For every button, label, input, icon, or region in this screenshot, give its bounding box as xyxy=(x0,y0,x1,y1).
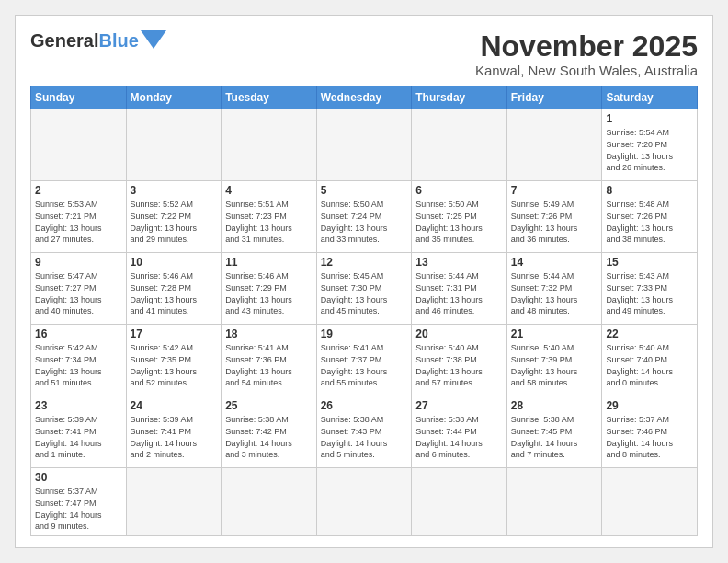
weekday-header-row: Sunday Monday Tuesday Wednesday Thursday… xyxy=(31,86,698,109)
day-4: 4 Sunrise: 5:51 AMSunset: 7:23 PMDayligh… xyxy=(222,181,317,253)
day-22: 22 Sunrise: 5:40 AMSunset: 7:40 PMDaylig… xyxy=(602,325,698,396)
table-row: 30 Sunrise: 5:37 AMSunset: 7:47 PMDaylig… xyxy=(31,468,698,535)
day-16: 16 Sunrise: 5:42 AMSunset: 7:34 PMDaylig… xyxy=(31,325,127,396)
day-1: 1 Sunrise: 5:54 AMSunset: 7:20 PMDayligh… xyxy=(602,109,698,181)
day-21: 21 Sunrise: 5:40 AMSunset: 7:39 PMDaylig… xyxy=(506,325,602,396)
day-23: 23 Sunrise: 5:39 AMSunset: 7:41 PMDaylig… xyxy=(31,396,127,468)
header-tuesday: Tuesday xyxy=(222,86,317,109)
day-7: 7 Sunrise: 5:49 AMSunset: 7:26 PMDayligh… xyxy=(506,181,602,253)
day-empty xyxy=(126,468,222,535)
day-empty xyxy=(412,468,507,535)
day-15: 15 Sunrise: 5:43 AMSunset: 7:33 PMDaylig… xyxy=(602,253,698,325)
location-title: Kanwal, New South Wales, Australia xyxy=(475,63,698,78)
day-empty xyxy=(316,468,412,535)
header-monday: Monday xyxy=(126,86,222,109)
day-18: 18 Sunrise: 5:41 AMSunset: 7:36 PMDaylig… xyxy=(222,325,317,396)
day-10: 10 Sunrise: 5:46 AMSunset: 7:28 PMDaylig… xyxy=(126,253,222,325)
day-17: 17 Sunrise: 5:42 AMSunset: 7:35 PMDaylig… xyxy=(126,325,222,396)
day-empty xyxy=(412,109,507,181)
day-empty xyxy=(506,109,602,181)
header-thursday: Thursday xyxy=(412,86,507,109)
day-5: 5 Sunrise: 5:50 AMSunset: 7:24 PMDayligh… xyxy=(316,181,412,253)
month-title: November 2025 xyxy=(475,30,698,63)
logo-text: General xyxy=(30,30,98,52)
day-14: 14 Sunrise: 5:44 AMSunset: 7:32 PMDaylig… xyxy=(506,253,602,325)
day-empty xyxy=(316,109,412,181)
header-wednesday: Wednesday xyxy=(316,86,412,109)
day-27: 27 Sunrise: 5:38 AMSunset: 7:44 PMDaylig… xyxy=(412,396,507,468)
table-row: 2 Sunrise: 5:53 AMSunset: 7:21 PMDayligh… xyxy=(31,181,698,253)
table-row: 9 Sunrise: 5:47 AMSunset: 7:27 PMDayligh… xyxy=(31,253,698,325)
day-empty xyxy=(602,468,698,535)
day-11: 11 Sunrise: 5:46 AMSunset: 7:29 PMDaylig… xyxy=(222,253,317,325)
day-30: 30 Sunrise: 5:37 AMSunset: 7:47 PMDaylig… xyxy=(31,468,127,535)
header-saturday: Saturday xyxy=(602,86,698,109)
day-28: 28 Sunrise: 5:38 AMSunset: 7:45 PMDaylig… xyxy=(506,396,602,468)
day-empty xyxy=(126,109,222,181)
day-13: 13 Sunrise: 5:44 AMSunset: 7:31 PMDaylig… xyxy=(412,253,507,325)
day-6: 6 Sunrise: 5:50 AMSunset: 7:25 PMDayligh… xyxy=(412,181,507,253)
day-26: 26 Sunrise: 5:38 AMSunset: 7:43 PMDaylig… xyxy=(316,396,412,468)
day-empty xyxy=(506,468,602,535)
table-row: 16 Sunrise: 5:42 AMSunset: 7:34 PMDaylig… xyxy=(31,325,698,396)
day-25: 25 Sunrise: 5:38 AMSunset: 7:42 PMDaylig… xyxy=(222,396,317,468)
day-empty xyxy=(222,468,317,535)
day-3: 3 Sunrise: 5:52 AMSunset: 7:22 PMDayligh… xyxy=(126,181,222,253)
day-20: 20 Sunrise: 5:40 AMSunset: 7:38 PMDaylig… xyxy=(412,325,507,396)
svg-marker-0 xyxy=(141,30,166,49)
logo-blue-text: Blue xyxy=(98,30,138,52)
day-empty xyxy=(31,109,127,181)
logo-triangle-icon xyxy=(141,30,166,49)
day-empty xyxy=(222,109,317,181)
day-9: 9 Sunrise: 5:47 AMSunset: 7:27 PMDayligh… xyxy=(31,253,127,325)
day-29: 29 Sunrise: 5:37 AMSunset: 7:46 PMDaylig… xyxy=(602,396,698,468)
header-section: General Blue November 2025 Kanwal, New S… xyxy=(30,30,698,78)
day-19: 19 Sunrise: 5:41 AMSunset: 7:37 PMDaylig… xyxy=(316,325,412,396)
title-area: November 2025 Kanwal, New South Wales, A… xyxy=(475,30,698,78)
calendar-container: General Blue November 2025 Kanwal, New S… xyxy=(15,15,713,548)
day-8: 8 Sunrise: 5:48 AMSunset: 7:26 PMDayligh… xyxy=(602,181,698,253)
logo-area: General Blue xyxy=(30,30,166,52)
header-sunday: Sunday xyxy=(31,86,127,109)
header-friday: Friday xyxy=(506,86,602,109)
table-row: 1 Sunrise: 5:54 AMSunset: 7:20 PMDayligh… xyxy=(31,109,698,181)
table-row: 23 Sunrise: 5:39 AMSunset: 7:41 PMDaylig… xyxy=(31,396,698,468)
day-12: 12 Sunrise: 5:45 AMSunset: 7:30 PMDaylig… xyxy=(316,253,412,325)
day-24: 24 Sunrise: 5:39 AMSunset: 7:41 PMDaylig… xyxy=(126,396,222,468)
day-2: 2 Sunrise: 5:53 AMSunset: 7:21 PMDayligh… xyxy=(31,181,127,253)
calendar-table: Sunday Monday Tuesday Wednesday Thursday… xyxy=(30,86,698,535)
